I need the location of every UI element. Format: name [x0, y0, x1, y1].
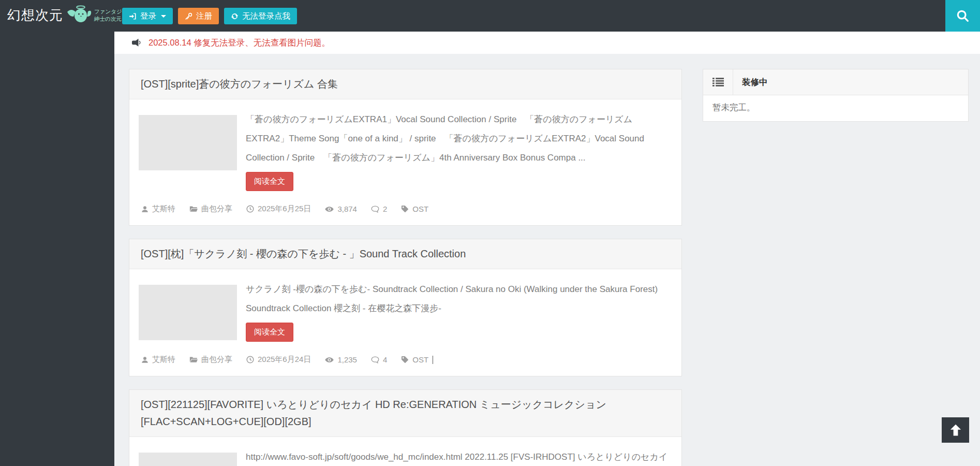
post-thumbnail[interactable]	[139, 453, 237, 466]
page: 幻想次元 ファンタジー 紳士の次元	[0, 0, 980, 466]
register-button[interactable]: 注册	[178, 8, 219, 24]
sidebar-widget: 装修中 暂未完工。	[703, 69, 969, 122]
arrow-up-icon	[948, 423, 963, 438]
post-title[interactable]: [OST][sprite]蒼の彼方のフォーリズム 合集	[141, 76, 670, 93]
read-more-button[interactable]: 阅读全文	[246, 172, 293, 191]
post-excerpt: http://www.favo-soft.jp/soft/goods/we_hd…	[246, 447, 670, 466]
site-logo[interactable]: 幻想次元 ファンタジー 紳士の次元	[7, 5, 127, 25]
login-label: 登录	[140, 11, 156, 22]
post-meta: 艾斯特 曲包分享 2025年6月24日 1,235	[141, 355, 670, 365]
post-body: 「蒼の彼方のフォーリズムEXTRA1」Vocal Sound Collectio…	[129, 99, 681, 225]
comment-icon	[371, 206, 379, 213]
category-name: 曲包分享	[201, 204, 232, 214]
login-button[interactable]: 登录	[122, 8, 173, 24]
refresh-icon	[231, 12, 239, 20]
tag-name: OST	[412, 205, 428, 213]
post-list: [OST][sprite]蒼の彼方のフォーリズム 合集 「蒼の彼方のフォーリズム…	[129, 69, 682, 466]
search-button[interactable]	[945, 0, 980, 32]
mascot-icon	[65, 5, 92, 25]
category-name: 曲包分享	[201, 355, 232, 365]
post-excerpt: サクラノ刻 -櫻の森の下を歩む- Soundtrack Collection /…	[246, 280, 670, 318]
meta-comments[interactable]: 4	[371, 355, 387, 364]
cannot-login-label: 无法登录点我	[242, 11, 290, 22]
view-count: 1,235	[337, 355, 357, 364]
widget-title: 装修中	[733, 69, 768, 95]
post-meta: 艾斯特 曲包分享 2025年6月25日 3,874	[141, 204, 670, 214]
folder-open-icon	[189, 206, 198, 212]
meta-date: 2025年6月24日	[246, 355, 311, 365]
header-actions: 登录 注册 无法登录点我	[122, 8, 297, 24]
search-icon	[956, 9, 970, 23]
left-sidebar	[0, 0, 114, 466]
post-title-bar: [OST][221125][FAVORITE] いろとりどりのセカイ HD Re…	[129, 390, 681, 437]
post-title[interactable]: [OST][221125][FAVORITE] いろとりどりのセカイ HD Re…	[141, 396, 670, 430]
post-body: http://www.favo-soft.jp/soft/goods/we_hd…	[129, 437, 681, 466]
back-to-top-button[interactable]	[942, 417, 969, 443]
tag-icon	[401, 205, 409, 213]
comment-icon	[371, 356, 379, 363]
meta-views: 3,874	[325, 205, 357, 213]
clock-icon	[246, 205, 254, 213]
folder-open-icon	[189, 356, 198, 363]
post-date: 2025年6月24日	[258, 355, 311, 365]
user-icon	[141, 206, 149, 213]
widget-header: 装修中	[703, 69, 968, 95]
site-title: 幻想次元	[7, 6, 63, 24]
clock-icon	[246, 356, 254, 363]
caret-down-icon	[161, 15, 166, 18]
comment-count: 2	[383, 205, 387, 213]
announcement-bar: 2025.08.14 修复无法登录、无法查看图片问题。	[114, 32, 980, 54]
widget-body: 暂未完工。	[703, 95, 968, 121]
read-more-button[interactable]: 阅读全文	[246, 323, 293, 342]
eye-icon	[325, 206, 334, 212]
meta-author[interactable]: 艾斯特	[141, 355, 175, 365]
key-icon	[185, 12, 192, 20]
meta-tag[interactable]: OST	[401, 205, 428, 213]
bullhorn-icon	[131, 38, 142, 47]
announcement-text[interactable]: 2025.08.14 修复无法登录、无法查看图片问题。	[149, 37, 330, 49]
register-label: 注册	[196, 11, 212, 22]
meta-category[interactable]: 曲包分享	[189, 204, 232, 214]
post-excerpt: 「蒼の彼方のフォーリズムEXTRA1」Vocal Sound Collectio…	[246, 110, 670, 167]
view-count: 3,874	[337, 205, 357, 213]
meta-tag[interactable]: OST	[401, 355, 433, 364]
post-title[interactable]: [OST][枕]「サクラノ刻 - 櫻の森の下を歩む - 」Sound Track…	[141, 245, 670, 263]
user-icon	[141, 356, 149, 363]
meta-author[interactable]: 艾斯特	[141, 204, 175, 214]
post-title-bar: [OST][枕]「サクラノ刻 - 櫻の森の下を歩む - 」Sound Track…	[129, 239, 681, 269]
eye-icon	[325, 357, 334, 363]
meta-date: 2025年6月25日	[246, 204, 311, 214]
meta-comments[interactable]: 2	[371, 205, 387, 213]
post-body: サクラノ刻 -櫻の森の下を歩む- Soundtrack Collection /…	[129, 269, 681, 376]
sign-in-icon	[129, 12, 137, 20]
cannot-login-button[interactable]: 无法登录点我	[224, 8, 297, 24]
text-cursor	[433, 356, 433, 364]
post-date: 2025年6月25日	[258, 204, 311, 214]
post-card: [OST][221125][FAVORITE] いろとりどりのセカイ HD Re…	[129, 389, 682, 466]
author-name: 艾斯特	[152, 204, 175, 214]
post-thumbnail[interactable]	[139, 115, 237, 170]
tag-icon	[401, 356, 409, 363]
comment-count: 4	[383, 355, 387, 364]
post-title-bar: [OST][sprite]蒼の彼方のフォーリズム 合集	[129, 69, 681, 99]
list-icon	[703, 69, 733, 95]
post-thumbnail[interactable]	[139, 285, 237, 340]
tag-name: OST	[412, 355, 428, 364]
author-name: 艾斯特	[152, 355, 175, 365]
meta-views: 1,235	[325, 355, 357, 364]
meta-category[interactable]: 曲包分享	[189, 355, 232, 365]
post-card: [OST][sprite]蒼の彼方のフォーリズム 合集 「蒼の彼方のフォーリズム…	[129, 69, 682, 226]
post-card: [OST][枕]「サクラノ刻 - 櫻の森の下を歩む - 」Sound Track…	[129, 239, 682, 376]
